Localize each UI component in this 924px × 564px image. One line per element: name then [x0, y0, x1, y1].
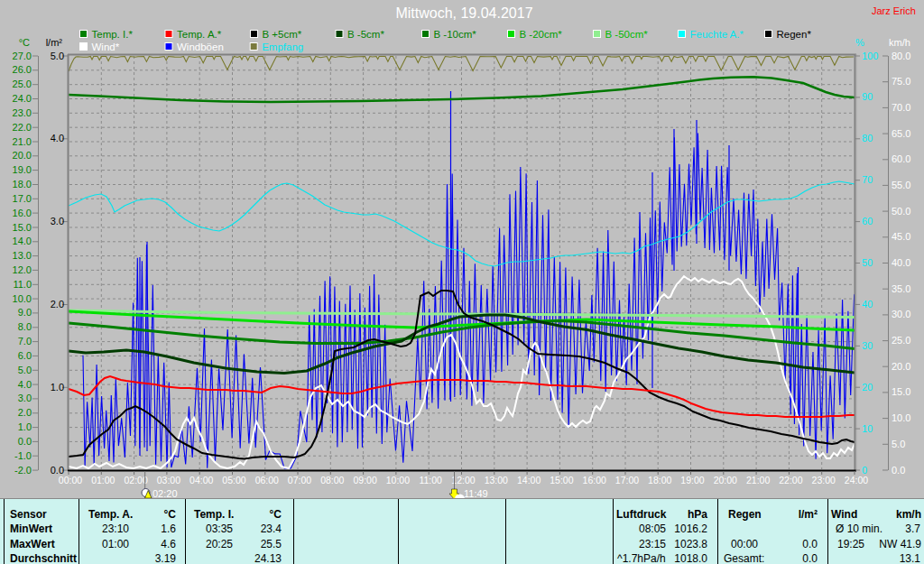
svg-text:B -50cm*: B -50cm* — [605, 29, 649, 40]
svg-text:1.6: 1.6 — [161, 522, 176, 535]
svg-text:8.0: 8.0 — [18, 321, 32, 332]
svg-text:23:10: 23:10 — [102, 522, 129, 535]
svg-text:30: 30 — [862, 340, 873, 351]
svg-text:27.0: 27.0 — [13, 51, 32, 61]
svg-text:Regen: Regen — [728, 508, 762, 521]
svg-text:16:00: 16:00 — [583, 475, 606, 485]
svg-text:4.6: 4.6 — [161, 538, 176, 550]
svg-text:30.0: 30.0 — [892, 309, 910, 319]
svg-text:^1.7hPa/h: ^1.7hPa/h — [617, 552, 666, 564]
svg-text:12:00: 12:00 — [451, 475, 475, 485]
svg-text:0.0: 0.0 — [18, 436, 32, 447]
svg-text:65.0: 65.0 — [892, 128, 910, 139]
svg-text:10.0: 10.0 — [13, 293, 32, 304]
svg-text:Empfang: Empfang — [262, 42, 303, 52]
svg-text:22.0: 22.0 — [13, 122, 32, 133]
svg-text:5.0: 5.0 — [892, 439, 905, 449]
svg-text:24:00: 24:00 — [845, 475, 868, 485]
svg-text:MaxWert: MaxWert — [10, 538, 55, 550]
svg-text:11.0: 11.0 — [13, 279, 32, 290]
svg-text:18:00: 18:00 — [648, 475, 671, 485]
svg-text:00:00: 00:00 — [731, 538, 758, 550]
svg-text:13.0: 13.0 — [13, 250, 32, 261]
svg-text:Mittwoch, 19.04.2017: Mittwoch, 19.04.2017 — [395, 5, 532, 21]
svg-text:1016.2: 1016.2 — [674, 522, 707, 535]
svg-text:19.0: 19.0 — [13, 164, 32, 175]
svg-text:Temp. A.: Temp. A. — [88, 508, 133, 521]
svg-text:Temp. A.*: Temp. A.* — [177, 29, 222, 40]
svg-text:08:05: 08:05 — [639, 522, 666, 535]
svg-text:15:00: 15:00 — [550, 475, 573, 485]
svg-text:km/h: km/h — [896, 508, 921, 521]
svg-text:19:25: 19:25 — [837, 538, 864, 550]
svg-text:11:00: 11:00 — [419, 475, 442, 485]
svg-text:14.0: 14.0 — [13, 236, 32, 246]
svg-text:20.0: 20.0 — [892, 361, 910, 372]
svg-text:17:00: 17:00 — [615, 475, 639, 485]
svg-text:13:00: 13:00 — [485, 475, 508, 485]
svg-text:90: 90 — [862, 91, 873, 102]
svg-text:55.0: 55.0 — [892, 180, 910, 190]
svg-text:7.0: 7.0 — [18, 336, 32, 347]
svg-text:75.0: 75.0 — [892, 76, 910, 87]
svg-text:%: % — [855, 37, 864, 48]
svg-text:hPa: hPa — [688, 508, 707, 521]
svg-text:B +5cm*: B +5cm* — [263, 29, 302, 40]
svg-text:11:49: 11:49 — [464, 488, 488, 499]
svg-text:l/m²: l/m² — [799, 508, 818, 521]
svg-text:0: 0 — [862, 465, 867, 476]
svg-text:06:00: 06:00 — [255, 475, 279, 485]
svg-text:01:00: 01:00 — [102, 538, 129, 550]
svg-text:40.0: 40.0 — [892, 257, 910, 268]
svg-text:Regen*: Regen* — [777, 29, 812, 40]
svg-text:17.0: 17.0 — [13, 193, 32, 204]
svg-text:B -5cm*: B -5cm* — [347, 29, 384, 40]
svg-text:80.0: 80.0 — [892, 51, 910, 61]
svg-text:03:35: 03:35 — [206, 522, 233, 535]
svg-text:-1.0: -1.0 — [14, 450, 32, 461]
svg-text:12.0: 12.0 — [13, 264, 32, 275]
svg-text:40: 40 — [862, 299, 873, 310]
svg-text:05:00: 05:00 — [222, 475, 245, 485]
svg-text:22:00: 22:00 — [779, 475, 802, 485]
svg-text:03:00: 03:00 — [157, 475, 180, 485]
svg-text:13.1: 13.1 — [900, 552, 921, 564]
svg-text:0.0: 0.0 — [802, 552, 818, 564]
svg-text:B -10cm*: B -10cm* — [434, 29, 477, 40]
svg-text:Luftdruck: Luftdruck — [616, 508, 667, 521]
svg-text:10:00: 10:00 — [386, 475, 410, 485]
svg-text:14:00: 14:00 — [517, 475, 541, 485]
svg-text:NW 41.9: NW 41.9 — [879, 538, 921, 550]
svg-text:9.0: 9.0 — [18, 307, 32, 318]
svg-text:20: 20 — [862, 382, 873, 393]
svg-text:4.0: 4.0 — [18, 379, 32, 390]
svg-text:60: 60 — [862, 216, 873, 227]
svg-text:23.4: 23.4 — [261, 522, 282, 535]
svg-text:08:00: 08:00 — [320, 475, 344, 485]
svg-text:25.5: 25.5 — [261, 538, 282, 550]
svg-text:23:15: 23:15 — [639, 538, 666, 550]
svg-text:04:00: 04:00 — [189, 475, 213, 485]
svg-text:18.0: 18.0 — [13, 179, 32, 190]
svg-text:Gesamt:: Gesamt: — [724, 552, 764, 564]
svg-text:5.0: 5.0 — [18, 365, 32, 375]
svg-text:4.0: 4.0 — [51, 133, 64, 143]
svg-text:21.0: 21.0 — [13, 136, 32, 147]
svg-text:09:00: 09:00 — [353, 475, 376, 485]
svg-text:l/m²: l/m² — [46, 37, 63, 48]
svg-text:Temp. I.: Temp. I. — [194, 508, 234, 521]
svg-text:Windböen: Windböen — [177, 42, 224, 52]
svg-text:23.0: 23.0 — [13, 107, 32, 118]
svg-text:15.0: 15.0 — [892, 386, 910, 397]
svg-text:Ø 10 min.: Ø 10 min. — [836, 522, 882, 535]
svg-text:10: 10 — [862, 423, 873, 434]
svg-text:B -20cm*: B -20cm* — [520, 29, 563, 40]
svg-text:01:00: 01:00 — [91, 475, 115, 485]
svg-text:2.0: 2.0 — [51, 299, 64, 310]
svg-text:Wind: Wind — [831, 508, 857, 521]
svg-text:100: 100 — [862, 51, 878, 61]
svg-text:20.0: 20.0 — [13, 150, 32, 161]
svg-text:Sensor: Sensor — [10, 508, 47, 521]
svg-text:25.0: 25.0 — [892, 335, 910, 346]
svg-text:20:00: 20:00 — [714, 475, 737, 485]
